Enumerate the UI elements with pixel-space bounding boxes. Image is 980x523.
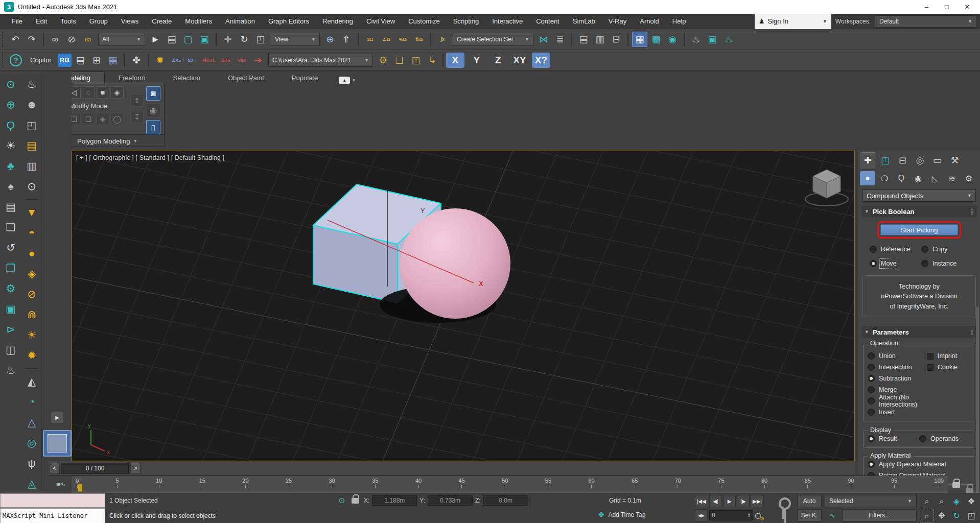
teapot-outline-icon[interactable]: ♨ [2,361,20,379]
radio-reference[interactable]: Reference [870,244,921,255]
copitor-button[interactable]: Copitor [25,53,57,68]
axis-xy-button[interactable]: XY [510,53,529,68]
asset-browser-icon[interactable]: ◰ [22,115,41,134]
isolate-selection-toggle[interactable]: ⊙ [336,495,347,506]
scene-explorer-icon[interactable]: ▤ [576,32,591,47]
rb-script-button[interactable]: RB [58,54,72,67]
keyboard-shortcut-override-icon[interactable]: ʃx [435,32,450,47]
angle-snap-icon[interactable]: ∠Ω [379,32,394,47]
viewport[interactable]: Y X y x [ + ] [ O [72,151,855,461]
trackbar-lock-icon[interactable] [952,482,960,488]
checkbox-imprint[interactable]: Imprint [927,350,971,362]
spinner-snap-icon[interactable]: ⇅Ω [411,32,427,47]
new-key-filter-icon[interactable]: ∿ [826,510,839,520]
zoom-all-icon[interactable]: ⌕ [935,494,949,508]
close-button[interactable]: ✕ [964,3,971,11]
viewport-label[interactable]: [ + ] [ Orthographic ] [ Standard ] [ De… [76,154,224,161]
shift-down-button[interactable]: ↧ [130,111,144,123]
rendered-frame-window-icon[interactable]: ▣ [705,32,720,47]
menu-item[interactable]: Group [83,14,114,29]
trees-icon[interactable]: ♣ [2,156,20,175]
red-arrow-tool-icon[interactable]: ➔ [250,53,266,68]
next-frame-slider-button[interactable]: > [130,463,141,474]
axis-xcurve-button[interactable]: X? [532,53,550,68]
pin-stack-button[interactable]: ◉ [146,103,160,117]
menu-item[interactable]: Help [666,14,693,29]
menu-item[interactable]: Interactive [485,14,529,29]
modify-tool-3-button[interactable]: ❏ [82,113,95,125]
menu-item[interactable]: Rendering [316,14,360,29]
polygon-mode-button[interactable]: ■ [96,86,109,99]
menu-item[interactable]: Content [529,14,566,29]
render-production-icon[interactable]: ♨ [721,32,736,47]
menu-item[interactable]: Customize [402,14,446,29]
z-coord-field[interactable]: 0.0m [483,495,528,506]
axis-y-button[interactable]: Y [468,53,486,68]
radio-copy[interactable]: Copy [921,244,973,255]
element-mode-button[interactable]: ◈ [110,86,124,99]
select-and-move-icon[interactable]: ✛ [220,32,236,47]
select-and-rotate-icon[interactable]: ↻ [237,32,252,47]
zoom-extents-icon[interactable]: ◈ [949,494,964,508]
create-selection-set-dropdown[interactable]: Create Selection Set▼ [453,33,533,46]
doc-camera-icon[interactable]: ▥ [22,156,41,175]
selection-lock-toggle[interactable] [352,498,359,504]
geosphere-light-icon[interactable]: ◈ [22,264,41,283]
layer-explorer-icon[interactable]: ▥ [592,32,608,47]
select-and-place-icon[interactable]: ⇧ [339,32,354,47]
set-keys-button[interactable] [775,496,792,520]
menu-item[interactable]: Animation [219,14,262,29]
menu-item[interactable]: SimLab [566,14,602,29]
current-frame-field[interactable]: 0 ▲ ▼ [709,510,753,520]
menu-item[interactable]: Arnold [633,14,666,29]
viewport-canvas[interactable]: Y X y x [72,151,854,461]
radio-union[interactable]: Union [868,350,927,362]
panel-tool-icon[interactable]: ▦ [105,53,121,68]
select-by-name-icon[interactable]: ▤ [164,32,179,47]
rectangular-selection-region-icon[interactable]: ▢ [180,32,196,47]
unlink-selection-icon[interactable]: ⊘ [64,32,79,47]
y-coord-field[interactable]: 0.733m [428,495,473,506]
spinner-down-icon[interactable]: ▼ [748,515,751,518]
next-frame-button[interactable]: |▶ [737,495,750,507]
expand-toolbar-button[interactable]: ▶ [51,412,63,423]
toolbar-drag-handle[interactable] [2,32,6,47]
head-icon[interactable]: ☻ [22,95,41,114]
radio-attach[interactable]: Attach (No Intersections) [868,395,927,407]
ribbon-toggle-icon[interactable]: ⊟ [609,32,624,47]
sunburst-icon[interactable]: ✹ [22,346,41,365]
auto-key-button[interactable]: Auto [797,495,822,507]
modify-tool-4-button[interactable]: ◈ [96,113,109,125]
orbit-icon[interactable]: ↻ [949,509,964,522]
split-view-icon[interactable]: ◫ [2,340,20,359]
menu-item[interactable]: Graph Editors [262,14,316,29]
motion-tab-icon[interactable]: ◎ [912,152,928,169]
space-warps-category-icon[interactable]: ≋ [944,171,960,185]
camera-add-icon[interactable]: ⊕ [2,95,20,114]
helpers-category-icon[interactable]: ◺ [927,171,943,185]
parameters-rollout-header[interactable]: ▼ Parameters ⣿ [861,326,977,338]
workspace-dropdown[interactable]: Default ▼ [875,15,977,28]
curve-editor-icon[interactable]: ▦ [632,32,647,47]
hierarchy-tab-icon[interactable]: ⊟ [895,152,911,169]
ribbon-tab[interactable]: Populate [278,72,332,84]
dome-light-icon[interactable]: ◓ [22,223,41,242]
monitor-play-icon[interactable]: ⊳ [2,320,20,339]
light-bulb-icon[interactable]: Ϙ [2,115,20,134]
previous-frame-slider-button[interactable]: < [50,463,60,474]
radio-insert[interactable]: Insert [868,407,927,418]
film-camera-icon[interactable]: ⊙ [22,177,41,196]
script-folder-icon[interactable]: ❏ [392,53,407,68]
set-key-button[interactable]: Set K. [797,509,822,521]
sphere-light-icon[interactable]: ● [22,244,41,263]
axis-z-button[interactable]: Z [489,53,507,68]
selection-filter-dropdown[interactable]: All▼ [98,33,145,46]
distance-50-icon[interactable]: 50← [185,53,200,68]
menu-item[interactable]: Views [114,14,145,29]
clover-tool-icon[interactable]: ✤ [129,53,144,68]
capsules-icon[interactable]: ◎ [22,433,41,452]
tree-icon[interactable]: ♠ [2,177,20,196]
time-configuration-button[interactable]: ◷ ⚙ [755,511,761,520]
ribbon-collapse-control[interactable]: ▲ ▾ [339,77,355,84]
time-slider-value[interactable]: 0 / 100 [61,463,129,474]
